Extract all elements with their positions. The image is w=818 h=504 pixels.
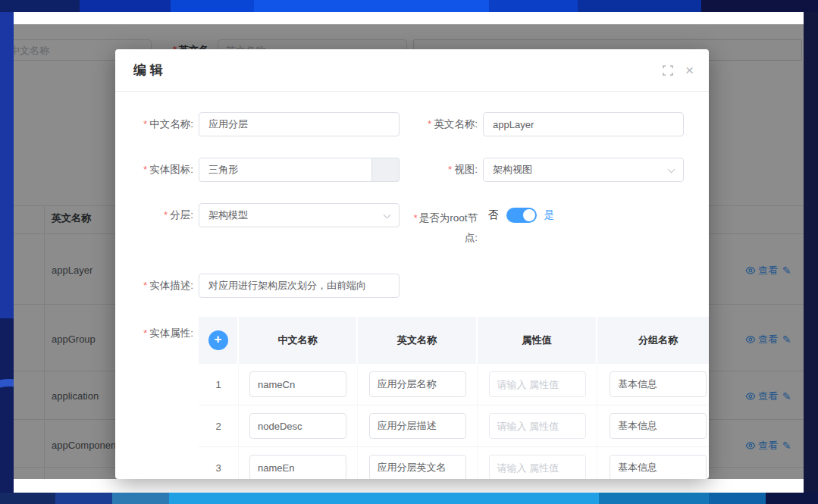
required-mark: * xyxy=(413,212,417,224)
chevron-down-icon xyxy=(384,211,391,219)
attribute-row: 3 xyxy=(199,447,709,479)
field-entity-attrs: *实体属性: xyxy=(115,327,193,340)
toggle-off-label: 否 xyxy=(488,208,499,222)
required-mark: * xyxy=(143,280,147,291)
frame-bottom-band xyxy=(0,493,818,504)
attribute-table-header: + 中文名称 英文名称 属性值 分组名称 xyxy=(199,317,709,364)
attr-header-en: 英文名称 xyxy=(358,317,478,364)
field-name-cn: *中文名称: xyxy=(115,112,400,136)
layer-select[interactable]: 架构模型 xyxy=(199,203,400,227)
chevron-down-icon xyxy=(668,166,675,174)
required-mark: * xyxy=(448,164,452,175)
dialog-header: 编辑 × xyxy=(115,49,709,92)
attr-header-group: 分组名称 xyxy=(597,317,709,364)
attr-en-input[interactable] xyxy=(369,371,466,397)
attr-cn-input[interactable] xyxy=(249,371,346,397)
attr-cn-input[interactable] xyxy=(249,455,346,479)
is-root-toggle[interactable] xyxy=(506,208,537,223)
fullscreen-icon[interactable] xyxy=(663,65,673,76)
is-root-label: *是否为root节点: xyxy=(411,208,478,248)
field-layer: *分层: 架构模型 xyxy=(115,203,400,227)
attribute-table: + 中文名称 英文名称 属性值 分组名称 1 2 xyxy=(199,317,709,479)
screenshot-root: *英文名 英文名称 appLayer appGroup application … xyxy=(0,0,818,504)
required-mark: * xyxy=(164,209,168,221)
field-entity-icon: *实体图标: xyxy=(115,158,400,182)
field-entity-desc: *实体描述: xyxy=(115,274,400,298)
attr-group-input[interactable] xyxy=(610,455,707,479)
attr-header-value: 属性值 xyxy=(478,317,597,364)
icon-picker-button[interactable] xyxy=(372,158,400,182)
row-index: 3 xyxy=(215,462,221,474)
toggle-on-label: 是 xyxy=(544,208,555,222)
attr-value-input[interactable] xyxy=(489,455,586,479)
required-mark: * xyxy=(143,327,147,339)
entity-icon-input[interactable] xyxy=(199,158,372,182)
required-mark: * xyxy=(143,118,147,130)
attr-header-cn: 中文名称 xyxy=(239,317,358,364)
name-en-input[interactable] xyxy=(483,112,684,136)
field-name-en: *英文名称: xyxy=(407,112,684,136)
frame-top-band xyxy=(0,0,818,12)
add-attribute-button[interactable]: + xyxy=(208,330,228,350)
required-mark: * xyxy=(428,118,431,130)
attr-group-input[interactable] xyxy=(610,413,707,439)
attr-en-input[interactable] xyxy=(369,455,466,479)
toggle-knob xyxy=(523,209,535,221)
field-view: *视图: 架构视图 xyxy=(407,158,684,182)
attr-value-input[interactable] xyxy=(489,371,586,397)
attribute-row: 2 xyxy=(199,405,709,447)
attr-group-input[interactable] xyxy=(610,371,707,397)
frame-right-band xyxy=(804,12,818,493)
row-index: 2 xyxy=(215,421,221,432)
attr-cn-input[interactable] xyxy=(249,413,346,439)
app-window: *英文名 英文名称 appLayer appGroup application … xyxy=(14,12,804,493)
field-is-root: 否 是 xyxy=(488,203,554,227)
view-select[interactable]: 架构视图 xyxy=(483,158,684,182)
close-icon[interactable]: × xyxy=(685,63,694,77)
dialog-title: 编辑 xyxy=(133,61,167,79)
entity-desc-input[interactable] xyxy=(199,274,400,298)
edit-dialog: 编辑 × *中文名称: *英文名称: *实体图标: xyxy=(115,49,709,479)
attr-en-input[interactable] xyxy=(369,413,466,439)
attribute-row: 1 xyxy=(199,364,709,405)
name-cn-input[interactable] xyxy=(199,112,400,136)
required-mark: * xyxy=(143,164,147,175)
row-index: 1 xyxy=(215,379,221,390)
attr-value-input[interactable] xyxy=(489,413,586,439)
